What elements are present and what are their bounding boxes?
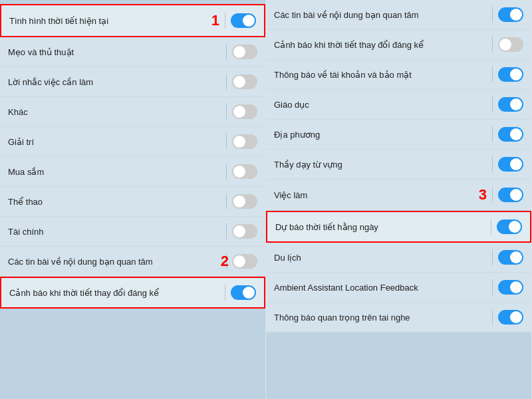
- divider: [492, 249, 493, 265]
- divider: [492, 187, 493, 203]
- divider: [492, 126, 493, 142]
- divider: [226, 134, 227, 150]
- left-item-0: Tình hình thời tiết hiện tại1: [0, 4, 265, 37]
- toggle-1[interactable]: [232, 45, 257, 59]
- item-label: Giáo dục: [274, 100, 492, 110]
- item-label: Việc làm: [274, 190, 479, 200]
- item-label: Tình hình thời tiết hiện tại: [9, 16, 211, 26]
- left-item-9: Cảnh báo khi thời tiết thay đổi đáng kể: [0, 277, 265, 309]
- item-label: Địa phương: [274, 130, 492, 140]
- toggle-right-0[interactable]: [498, 7, 523, 22]
- divider: [226, 164, 227, 180]
- divider: [226, 223, 227, 239]
- right-item-8: Du lịch: [266, 243, 531, 273]
- item-label: Dự báo thời tiết hằng ngày: [275, 222, 491, 232]
- toggle-right-1[interactable]: [498, 37, 523, 52]
- right-item-0: Các tin bài về nội dung bạn quan tâm: [266, 0, 531, 30]
- divider: [492, 309, 493, 325]
- divider: [492, 7, 493, 23]
- badge-2: 2: [221, 253, 229, 270]
- toggle-7[interactable]: [232, 224, 257, 239]
- divider: [491, 219, 491, 235]
- toggle-right-3[interactable]: [498, 97, 523, 112]
- item-label: Thông báo quan trọng trên tai nghe: [274, 313, 492, 323]
- badge-3: 3: [479, 186, 487, 203]
- toggle-5[interactable]: [232, 164, 257, 179]
- divider: [492, 37, 493, 53]
- item-label: Thầy dạy từ vựng: [274, 160, 492, 170]
- item-label: Cảnh báo khi thời tiết thay đổi đáng kể: [274, 40, 492, 50]
- left-item-2: Lời nhắc việc cần làm: [0, 67, 265, 97]
- divider: [492, 279, 493, 295]
- item-label: Thể thao: [8, 197, 226, 207]
- left-item-6: Thể thao: [0, 187, 265, 217]
- divider: [492, 156, 493, 172]
- left-item-3: Khác: [0, 97, 265, 127]
- toggle-right-5[interactable]: [498, 157, 523, 172]
- toggle-0[interactable]: [231, 13, 256, 28]
- toggle-4[interactable]: [232, 134, 257, 149]
- toggle-2[interactable]: [232, 74, 257, 89]
- item-label: Các tin bài về nội dung bạn quan tâm: [274, 10, 492, 20]
- toggle-right-2[interactable]: [498, 67, 523, 82]
- item-label: Các tin bài về nội dung bạn quan tâm: [8, 257, 226, 267]
- divider: [225, 13, 225, 29]
- divider: [225, 285, 225, 301]
- item-label: Cảnh báo khi thời tiết thay đổi đáng kể: [9, 288, 225, 298]
- left-item-5: Mua sắm: [0, 157, 265, 187]
- right-item-10: Thông báo quan trọng trên tai nghe: [266, 303, 531, 332]
- divider: [492, 96, 493, 112]
- divider: [226, 44, 227, 60]
- right-item-5: Thầy dạy từ vựng: [266, 150, 531, 180]
- item-label: Mẹo và thủ thuật: [8, 47, 226, 57]
- right-item-6: Việc làm3: [266, 180, 531, 211]
- right-item-9: Ambient Assistant Location Feedback: [266, 273, 531, 303]
- item-label: Giải trí: [8, 137, 226, 147]
- right-item-2: Thông báo về tài khoản và bảo mật: [266, 60, 531, 90]
- left-item-1: Mẹo và thủ thuật: [0, 37, 265, 67]
- left-item-7: Tài chính: [0, 217, 265, 247]
- badge-1: 1: [211, 12, 219, 29]
- right-item-7: Dự báo thời tiết hằng ngày: [266, 211, 531, 243]
- item-label: Du lịch: [274, 253, 492, 263]
- toggle-right-10[interactable]: [498, 310, 523, 325]
- toggle-8[interactable]: [232, 254, 257, 269]
- right-item-4: Địa phương: [266, 120, 531, 150]
- toggle-right-8[interactable]: [498, 250, 523, 265]
- toggle-9[interactable]: [231, 285, 256, 300]
- divider: [492, 66, 493, 82]
- divider: [226, 194, 227, 209]
- item-label: Lời nhắc việc cần làm: [8, 77, 226, 87]
- toggle-right-7[interactable]: [497, 219, 522, 234]
- left-item-4: Giải trí: [0, 127, 265, 157]
- divider: [226, 74, 227, 90]
- divider: [226, 104, 227, 120]
- toggle-right-9[interactable]: [498, 280, 523, 295]
- left-panel: Tình hình thời tiết hiện tại1Mẹo và thủ …: [0, 0, 266, 399]
- toggle-3[interactable]: [232, 104, 257, 119]
- item-label: Tài chính: [8, 227, 226, 237]
- toggle-6[interactable]: [232, 194, 257, 209]
- toggle-right-4[interactable]: [498, 127, 523, 142]
- toggle-right-6[interactable]: [498, 188, 523, 202]
- item-label: Thông báo về tài khoản và bảo mật: [274, 70, 492, 80]
- left-item-8: Các tin bài về nội dung bạn quan tâm2: [0, 247, 265, 277]
- right-item-3: Giáo dục: [266, 90, 531, 120]
- item-label: Khác: [8, 107, 226, 117]
- item-label: Mua sắm: [8, 167, 226, 177]
- right-panel: Các tin bài về nội dung bạn quan tâmCảnh…: [266, 0, 532, 399]
- item-label: Ambient Assistant Location Feedback: [274, 283, 492, 293]
- right-item-1: Cảnh báo khi thời tiết thay đổi đáng kể: [266, 30, 531, 60]
